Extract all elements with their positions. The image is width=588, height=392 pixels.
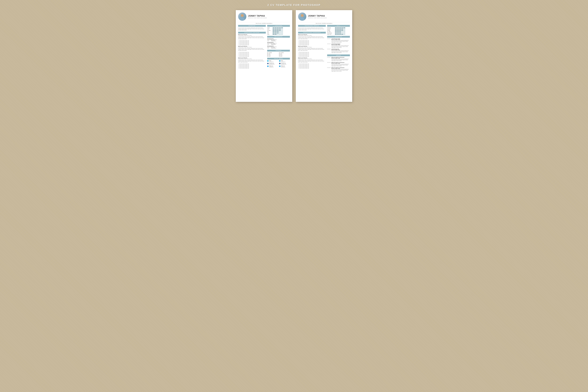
checkbox-icon: [267, 52, 268, 53]
award-1: 2000-2020 Write your awards our achievem…: [327, 57, 350, 62]
cv1-job3-list: Ut enim ad minim veniam, quis Ut enim ad…: [239, 64, 266, 69]
skill-dreamweaver: Dreamweaver: [327, 32, 350, 34]
cv-page-2: JONNY TAPHIA GRAPHIC AND WEB DESIGNER St…: [296, 10, 352, 102]
interest-music-2: Music: [279, 56, 290, 56]
list-item: Ut enim ad minim veniam, quis: [299, 68, 326, 69]
ref-2: Gerrard Kamuchi Senior Designer Capital …: [267, 42, 290, 45]
cv2-job3-list: Ut enim ad minim veniam, quis Ut enim ad…: [299, 64, 326, 69]
ref-3: Gerrard Kamuchi Senior Designer Capital …: [267, 46, 290, 48]
skill-indesign: Indesign: [327, 30, 350, 31]
cv1-header: JONNY TAPHIA GRAPHIC AND WEB DESIGNER: [238, 12, 290, 21]
interest-sport-2: Sport: [279, 54, 290, 54]
skype-icon: S: [279, 60, 280, 62]
list-item: Ut enim ad minim veniam, quis: [239, 40, 266, 41]
svg-point-5: [301, 14, 304, 17]
lang-italy: Italy: [267, 31, 290, 32]
checkbox-icon: [267, 54, 268, 54]
list-item: Ut enim ad minim veniam, quis: [239, 66, 266, 68]
cv2-profile-text: Lorem ipsum dolor sit amet, consectetur …: [298, 28, 326, 30]
cv1-interest-header: INTEREST: [267, 50, 290, 52]
checkbox-icon: [267, 56, 268, 56]
cv-container: JONNY TAPHIA GRAPHIC AND WEB DESIGNER St…: [229, 10, 359, 102]
cv1-job-title: GRAPHIC AND WEB DESIGNER: [248, 18, 290, 18]
list-item: Ut enim ad minim veniam, quis: [299, 66, 326, 68]
cv2-awards-section: AWARDS 2000-2020 Write your awards our a…: [327, 54, 350, 72]
cv1-experience-section: EXPERIENCE CONTINUED Write Your Job Titl…: [238, 32, 266, 69]
checkbox-icon: [279, 52, 280, 53]
cv1-job2-company: Company Name | Location | 2000 - Present: [238, 47, 266, 48]
cv1-job2-text: Lorem ipsum dolor sit amet, consectetur …: [238, 48, 266, 51]
cv2-header-info: JONNY TAPHIA GRAPHIC AND WEB DESIGNER: [308, 15, 350, 18]
cv2-right-col: SKILL Photoshop Illustrator: [327, 25, 350, 73]
skill-adobe-suits: Adobe Suits: [327, 34, 350, 35]
list-item: Ut enim ad minim veniam, quis: [299, 64, 326, 64]
social-twitter-2: t Twitter.com yourtwitter.com: [279, 66, 290, 68]
list-item: Ut enim ad minim veniam, quis: [239, 64, 266, 66]
social-twitter-1: t Twitter.com yourtwitter.com: [267, 66, 278, 68]
list-item: Ut enim ad minim veniam, quis: [239, 53, 266, 54]
cv1-header-info: JONNY TAPHIA GRAPHIC AND WEB DESIGNER: [248, 15, 290, 18]
interest-travelling-1: Travelling: [267, 52, 278, 53]
list-item: Ut enim ad minim veniam, quis: [299, 42, 326, 43]
list-item: Ut enim ad minim veniam, quis: [299, 54, 326, 55]
cv2-body: PROFESIONAL PROFILE Lorem ipsum dolor si…: [298, 25, 350, 73]
list-item: Ut enim ad minim veniam, quis: [299, 66, 326, 66]
interest-music-1: Music: [267, 56, 278, 56]
list-item: Ut enim ad minim veniam, quis: [239, 64, 266, 64]
lang-arab: Arab: [267, 32, 290, 34]
checkbox-icon: [279, 56, 280, 56]
cv1-job1-title: Write Your Job Title Here: [238, 34, 266, 35]
cv2-job1-title: Write Your Job Title Here: [298, 34, 326, 35]
cv1-social-grid: S Skype yourskype.com S Skype yourskype.…: [267, 60, 290, 68]
list-item: Ut enim ad minim veniam, quis: [239, 43, 266, 44]
cv2-education-section: EDUCATION 2000-2020 Juel University, Can…: [327, 36, 350, 53]
cv2-job1-text: Lorem ipsum dolor sit amet, consectetur …: [298, 36, 326, 40]
list-item: Ut enim ad minim veniam, quis: [239, 66, 266, 66]
list-item: Ut enim ad minim veniam, quis: [299, 64, 326, 66]
svg-point-1: [240, 18, 244, 21]
cv2-profile-section: PROFESIONAL PROFILE Lorem ipsum dolor si…: [298, 25, 326, 30]
cv2-job-title: GRAPHIC AND WEB DESIGNER: [308, 18, 350, 18]
cv2-job2-list: Ut enim ad minim veniam, quis Ut enim ad…: [299, 52, 326, 57]
cv-page-1: JONNY TAPHIA GRAPHIC AND WEB DESIGNER St…: [236, 10, 292, 102]
cv1-job2-title: Write Your Job Title Here: [238, 46, 266, 47]
cv1-references-header: REFERENCES: [267, 36, 290, 38]
cv1-experience-header: EXPERIENCE CONTINUED: [238, 32, 266, 34]
lang-frech: Frech: [267, 29, 290, 30]
twitter-icon: t: [267, 66, 268, 67]
cv1-job3-text: Lorem ipsum dolor sit amet, consectetur …: [238, 60, 266, 63]
cv2-job1-company: Company Name | Location | 2000 - Present: [298, 35, 326, 36]
ref-1: Gerrard Kamuchi Senior Designer Capital …: [267, 38, 290, 41]
list-item: Ut enim ad minim veniam, quis: [299, 41, 326, 42]
list-item: Ut enim ad minim veniam, quis: [299, 56, 326, 57]
skill-photoshop: Photoshop: [327, 28, 350, 28]
interest-photo-2: Photo: [279, 54, 290, 56]
cv2-job2-title: Write Your Job Title Here: [298, 46, 326, 47]
list-item: Ut enim ad minim veniam, quis: [239, 54, 266, 55]
list-item: Ut enim ad minim veniam, quis: [239, 42, 266, 43]
list-item: Ut enim ad minim veniam, quis: [299, 55, 326, 56]
edu-2: 2000-2020 Juel University, England Bacel…: [327, 44, 350, 48]
cv2-name: JONNY TAPHIA: [308, 15, 350, 17]
cv2-job2-company: Company Name | Location | 2000 - Present: [298, 47, 326, 48]
skill-illustrator: Illustrator: [327, 29, 350, 30]
cv1-job2-list: Ut enim ad minim veniam, quis Ut enim ad…: [239, 52, 266, 57]
award-3: 2000-2020 Write your awards our achievem…: [327, 67, 350, 72]
page-title: 2 CV TEMPLATE FOR PHOTOSHOP: [268, 4, 320, 6]
lang-english: English: [267, 28, 290, 28]
cv1-job1-list: Ut enim ad minim veniam, quis Ut enim ad…: [239, 40, 266, 46]
social-skype-1: S Skype yourskype.com: [267, 60, 278, 62]
cv2-job3-text: Lorem ipsum dolor sit amet, consectetur …: [298, 60, 326, 63]
cv2-awards-header: AWARDS: [327, 54, 350, 56]
svg-point-4: [300, 18, 304, 21]
edu-3: 2000-2020 Juel University, USA Bacelor i…: [327, 49, 350, 53]
checkbox-icon: [279, 54, 280, 54]
cv1-right-col: LANGUAGES English Frech: [267, 25, 290, 70]
cv1-expertize-header: EXPERTIZE: [238, 25, 266, 27]
list-item: Ut enim ad minim veniam, quis: [239, 55, 266, 56]
cv2-left-col: PROFESIONAL PROFILE Lorem ipsum dolor si…: [298, 25, 326, 73]
list-item: Ut enim ad minim veniam, quis: [239, 41, 266, 42]
list-item: Ut enim ad minim veniam, quis: [239, 52, 266, 53]
cv1-job1-company: Company Name | Location | 2000 - Present: [238, 35, 266, 36]
list-item: Ut enim ad minim veniam, quis: [239, 44, 266, 46]
